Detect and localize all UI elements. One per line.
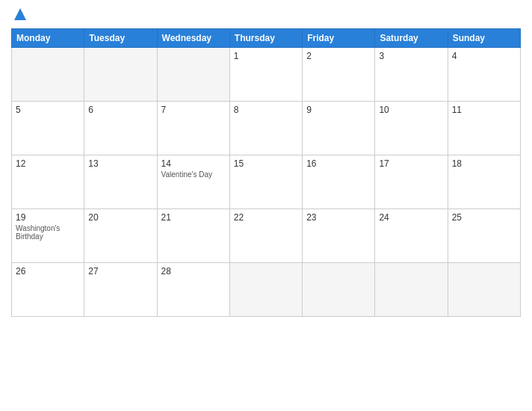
calendar-cell: 10 bbox=[375, 102, 448, 155]
calendar-cell: 3 bbox=[375, 48, 448, 102]
day-number: 18 bbox=[452, 158, 516, 169]
calendar-page: MondayTuesdayWednesdayThursdayFridaySatu… bbox=[0, 0, 532, 411]
svg-marker-0 bbox=[14, 8, 26, 20]
event-label: Washington's Birthday bbox=[16, 224, 80, 241]
day-number: 6 bbox=[88, 105, 152, 115]
calendar-cell: 1 bbox=[229, 48, 302, 102]
day-number: 19 bbox=[16, 212, 80, 223]
day-header-saturday: Saturday bbox=[375, 29, 448, 48]
calendar-cell: 24 bbox=[375, 209, 448, 263]
calendar-cell bbox=[448, 263, 520, 317]
day-number: 20 bbox=[88, 212, 152, 223]
day-header-friday: Friday bbox=[303, 29, 375, 48]
calendar-cell: 9 bbox=[303, 102, 375, 155]
day-number: 22 bbox=[234, 212, 298, 223]
calendar-cell: 17 bbox=[375, 155, 448, 209]
day-number: 1 bbox=[234, 51, 298, 61]
day-number: 7 bbox=[161, 105, 226, 115]
calendar-cell: 11 bbox=[448, 102, 520, 155]
day-number: 26 bbox=[16, 266, 80, 276]
calendar-cell: 27 bbox=[84, 263, 157, 317]
calendar-cell: 6 bbox=[84, 102, 157, 155]
calendar-cell: 16 bbox=[303, 155, 375, 209]
calendar-cell bbox=[375, 263, 448, 317]
day-number: 8 bbox=[234, 105, 298, 115]
calendar-cell bbox=[84, 48, 157, 102]
calendar-cell: 5 bbox=[12, 102, 84, 155]
day-header-monday: Monday bbox=[12, 29, 84, 48]
day-number: 5 bbox=[16, 105, 80, 115]
calendar-cell: 4 bbox=[448, 48, 520, 102]
day-header-thursday: Thursday bbox=[229, 29, 302, 48]
calendar-cell: 2 bbox=[303, 48, 375, 102]
calendar-cell: 22 bbox=[229, 209, 302, 263]
calendar-cell bbox=[229, 263, 302, 317]
day-number: 17 bbox=[379, 158, 443, 169]
day-number: 14 bbox=[161, 158, 226, 169]
day-number: 21 bbox=[161, 212, 226, 223]
week-row-4: 262728 bbox=[12, 263, 521, 317]
day-number: 3 bbox=[379, 51, 443, 61]
day-number: 24 bbox=[379, 212, 443, 223]
day-number: 16 bbox=[306, 158, 371, 169]
calendar-cell: 21 bbox=[157, 209, 229, 263]
calendar-cell: 19Washington's Birthday bbox=[12, 209, 84, 263]
week-row-0: 1234 bbox=[12, 48, 521, 102]
week-row-3: 19Washington's Birthday202122232425 bbox=[12, 209, 521, 263]
header bbox=[11, 7, 521, 22]
week-row-2: 121314Valentine's Day15161718 bbox=[12, 155, 521, 209]
day-number: 9 bbox=[306, 105, 371, 115]
day-header-wednesday: Wednesday bbox=[157, 29, 229, 48]
day-number: 4 bbox=[452, 51, 516, 61]
calendar-cell: 25 bbox=[448, 209, 520, 263]
calendar-cell bbox=[303, 263, 375, 317]
day-number: 25 bbox=[452, 212, 516, 223]
day-number: 12 bbox=[16, 158, 80, 169]
day-number: 27 bbox=[88, 266, 152, 276]
calendar-cell: 23 bbox=[303, 209, 375, 263]
calendar-cell: 14Valentine's Day bbox=[157, 155, 229, 209]
day-number: 23 bbox=[306, 212, 371, 223]
event-label: Valentine's Day bbox=[161, 170, 226, 179]
day-header-tuesday: Tuesday bbox=[84, 29, 157, 48]
calendar-cell: 18 bbox=[448, 155, 520, 209]
days-header-row: MondayTuesdayWednesdayThursdayFridaySatu… bbox=[12, 29, 521, 48]
day-number: 11 bbox=[452, 105, 516, 115]
day-number: 10 bbox=[379, 105, 443, 115]
calendar-cell bbox=[157, 48, 229, 102]
calendar-cell: 8 bbox=[229, 102, 302, 155]
calendar-cell: 7 bbox=[157, 102, 229, 155]
day-number: 2 bbox=[306, 51, 371, 61]
day-number: 13 bbox=[88, 158, 152, 169]
calendar-cell: 13 bbox=[84, 155, 157, 209]
calendar-cell: 28 bbox=[157, 263, 229, 317]
calendar-cell: 26 bbox=[12, 263, 84, 317]
calendar-cell: 20 bbox=[84, 209, 157, 263]
calendar-table: MondayTuesdayWednesdayThursdayFridaySatu… bbox=[11, 28, 521, 317]
calendar-cell: 12 bbox=[12, 155, 84, 209]
day-number: 28 bbox=[161, 266, 226, 276]
logo bbox=[11, 7, 28, 22]
calendar-cell bbox=[12, 48, 84, 102]
calendar-cell: 15 bbox=[229, 155, 302, 209]
logo-icon bbox=[13, 7, 28, 22]
day-number: 15 bbox=[234, 158, 298, 169]
day-header-sunday: Sunday bbox=[448, 29, 520, 48]
week-row-1: 567891011 bbox=[12, 102, 521, 155]
